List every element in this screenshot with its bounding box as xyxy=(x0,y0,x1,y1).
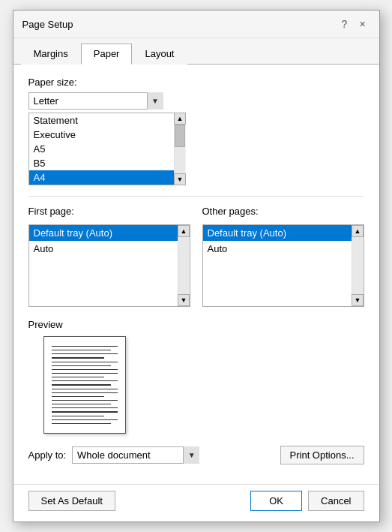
paper-size-select[interactable]: Letter Statement Executive A5 B5 A4 xyxy=(28,92,163,110)
first-page-items: Default tray (Auto) Auto xyxy=(29,225,178,306)
ok-button[interactable]: OK xyxy=(250,491,302,511)
other-pages-group: Other pages: Default tray (Auto) Auto ▲ … xyxy=(202,206,364,307)
print-options-button[interactable]: Print Options... xyxy=(280,446,364,464)
preview-line-8 xyxy=(52,373,118,374)
apply-to-label: Apply to: xyxy=(28,449,67,461)
other-pages-item-default[interactable]: Default tray (Auto) xyxy=(203,225,352,241)
first-page-item-default[interactable]: Default tray (Auto) xyxy=(29,225,178,241)
dropdown-item-a5[interactable]: A5 xyxy=(29,142,186,156)
preview-line-15 xyxy=(52,400,118,401)
preview-line-10 xyxy=(52,380,118,381)
preview-line-13 xyxy=(52,392,118,393)
first-page-listbox: Default tray (Auto) Auto ▲ ▼ xyxy=(28,224,190,307)
dropdown-item-a4[interactable]: A4 xyxy=(29,170,186,185)
preview-line-1 xyxy=(52,346,118,347)
preview-line-6 xyxy=(52,365,111,366)
right-buttons: OK Cancel xyxy=(250,491,364,511)
preview-line-14 xyxy=(52,396,104,397)
preview-line-12 xyxy=(52,389,118,389)
preview-label: Preview xyxy=(28,319,364,330)
preview-line-11 xyxy=(52,384,111,385)
first-page-scrollbar: ▲ ▼ xyxy=(178,225,190,306)
other-pages-scroll-down[interactable]: ▼ xyxy=(352,294,364,306)
dropdown-item-b5[interactable]: B5 xyxy=(29,156,186,170)
other-pages-scrollbar: ▲ ▼ xyxy=(352,225,364,306)
tab-content: Paper size: Letter Statement Executive A… xyxy=(13,65,379,484)
paper-size-select-wrapper: Letter Statement Executive A5 B5 A4 ▼ xyxy=(28,92,163,110)
preview-line-21 xyxy=(52,423,111,424)
tabs-container: Margins Paper Layout xyxy=(13,38,379,65)
dropdown-scroll-thumb xyxy=(175,125,185,147)
dialog-title: Page Setup xyxy=(22,19,73,30)
dropdown-item-executive[interactable]: Executive xyxy=(29,128,186,142)
preview-line-7 xyxy=(52,369,118,370)
paper-size-label: Paper size: xyxy=(28,77,364,88)
other-pages-items: Default tray (Auto) Auto xyxy=(203,225,352,306)
dropdown-item-statement[interactable]: Statement xyxy=(29,113,186,128)
document-preview xyxy=(43,336,126,434)
preview-line-9 xyxy=(52,377,104,377)
other-pages-scroll-track xyxy=(352,237,363,294)
dropdown-scroll-up[interactable]: ▲ xyxy=(174,113,186,125)
page-lists-row: First page: Default tray (Auto) Auto ▲ ▼… xyxy=(28,206,364,307)
apply-to-row: Apply to: Whole document This section Th… xyxy=(28,446,364,464)
title-bar: Page Setup ? × xyxy=(13,11,379,38)
preview-box xyxy=(28,336,364,434)
preview-section: Preview xyxy=(28,319,364,434)
set-as-default-button[interactable]: Set As Default xyxy=(28,491,115,511)
first-page-item-auto[interactable]: Auto xyxy=(29,241,178,257)
first-page-label: First page: xyxy=(28,206,190,217)
preview-line-18 xyxy=(52,411,118,412)
bottom-buttons: Set As Default OK Cancel xyxy=(13,484,379,521)
apply-to-select-wrapper: Whole document This section This point f… xyxy=(72,446,199,464)
other-pages-label: Other pages: xyxy=(202,206,364,217)
preview-line-20 xyxy=(52,419,118,420)
close-button[interactable]: × xyxy=(355,17,370,32)
first-page-scroll-down[interactable]: ▼ xyxy=(178,294,190,306)
page-setup-dialog: Page Setup ? × Margins Paper Layout Pape… xyxy=(13,10,380,522)
preview-line-3 xyxy=(52,353,118,354)
first-page-scroll-up[interactable]: ▲ xyxy=(178,225,190,237)
paper-size-dropdown: Statement Executive A5 B5 A4 ▲ ▼ xyxy=(28,113,186,185)
tab-layout[interactable]: Layout xyxy=(132,44,187,65)
dropdown-scrollbar: ▲ ▼ xyxy=(174,113,186,185)
dropdown-scroll-track xyxy=(175,125,185,173)
preview-line-4 xyxy=(52,357,104,358)
tab-margins[interactable]: Margins xyxy=(21,44,81,65)
dropdown-items-list: Statement Executive A5 B5 A4 xyxy=(28,113,186,185)
section-divider-1 xyxy=(28,196,364,197)
first-page-group: First page: Default tray (Auto) Auto ▲ ▼ xyxy=(28,206,190,307)
first-page-scroll-track xyxy=(178,237,189,294)
other-pages-listbox: Default tray (Auto) Auto ▲ ▼ xyxy=(202,224,364,307)
title-bar-controls: ? × xyxy=(337,17,370,32)
preview-line-5 xyxy=(52,362,118,362)
help-button[interactable]: ? xyxy=(337,17,352,32)
preview-line-19 xyxy=(52,416,104,416)
preview-line-2 xyxy=(52,350,111,350)
apply-to-select[interactable]: Whole document This section This point f… xyxy=(72,446,199,464)
other-pages-scroll-up[interactable]: ▲ xyxy=(352,225,364,237)
tab-paper[interactable]: Paper xyxy=(81,44,133,65)
cancel-button[interactable]: Cancel xyxy=(308,491,364,511)
dropdown-scroll-down[interactable]: ▼ xyxy=(174,173,186,185)
preview-line-17 xyxy=(52,407,118,408)
other-pages-item-auto[interactable]: Auto xyxy=(203,241,352,257)
preview-line-16 xyxy=(52,404,111,404)
